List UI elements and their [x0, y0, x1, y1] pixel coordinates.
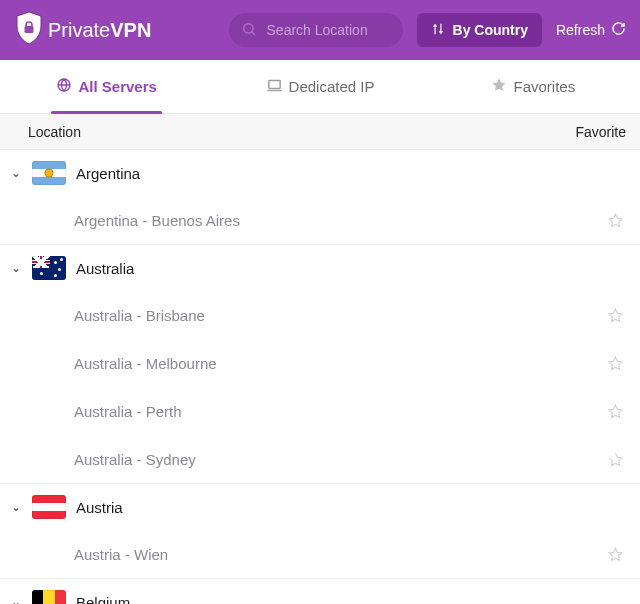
laptop-icon — [266, 77, 283, 97]
by-country-label: By Country — [453, 22, 528, 38]
country-row-australia[interactable]: ⌄ Australia — [0, 245, 640, 291]
country-name: Argentina — [76, 165, 140, 182]
country-row-austria[interactable]: ⌄ Austria — [0, 484, 640, 530]
favorite-toggle[interactable] — [607, 546, 624, 563]
globe-icon — [56, 77, 72, 96]
server-label: Australia - Perth — [74, 403, 182, 420]
chevron-down-icon: ⌄ — [10, 166, 22, 180]
flag-icon-australia — [32, 256, 66, 280]
tabs: All Servers Dedicated IP Favorites — [0, 60, 640, 114]
favorite-toggle[interactable] — [607, 355, 624, 372]
flag-icon-belgium — [32, 590, 66, 604]
flag-icon-austria — [32, 495, 66, 519]
server-row[interactable]: Australia - Sydney — [0, 435, 640, 483]
favorite-toggle[interactable] — [607, 212, 624, 229]
server-label: Australia - Brisbane — [74, 307, 205, 324]
tab-label: Dedicated IP — [289, 78, 375, 95]
country-name: Belgium — [76, 594, 130, 605]
search-icon — [241, 21, 257, 41]
country-name: Australia — [76, 260, 134, 277]
server-label: Argentina - Buenos Aires — [74, 212, 240, 229]
star-icon — [491, 77, 507, 96]
tab-all-servers[interactable]: All Servers — [0, 60, 213, 113]
list-header: Location Favorite — [0, 114, 640, 150]
col-favorite: Favorite — [575, 124, 626, 140]
chevron-down-icon: ⌄ — [10, 595, 22, 604]
server-list[interactable]: ⌄ Argentina Argentina - Buenos Aires ⌄ A… — [0, 150, 640, 604]
app-header: PrivateVPN By Country Refresh — [0, 0, 640, 60]
sort-icon — [431, 22, 445, 39]
tab-label: All Servers — [78, 78, 156, 95]
chevron-down-icon: ⌄ — [10, 500, 22, 514]
by-country-button[interactable]: By Country — [417, 13, 542, 47]
svg-rect-5 — [268, 80, 279, 88]
server-label: Australia - Sydney — [74, 451, 196, 468]
favorite-toggle[interactable] — [607, 451, 624, 468]
svg-line-3 — [251, 32, 254, 35]
flag-icon-argentina — [32, 161, 66, 185]
col-location: Location — [28, 124, 81, 140]
refresh-button[interactable]: Refresh — [556, 21, 626, 39]
server-row[interactable]: Argentina - Buenos Aires — [0, 196, 640, 244]
chevron-down-icon: ⌄ — [10, 261, 22, 275]
tab-dedicated-ip[interactable]: Dedicated IP — [213, 60, 426, 113]
refresh-icon — [611, 21, 626, 39]
country-row-belgium[interactable]: ⌄ Belgium — [0, 579, 640, 604]
tab-favorites[interactable]: Favorites — [427, 60, 640, 113]
server-row[interactable]: Australia - Brisbane — [0, 291, 640, 339]
favorite-toggle[interactable] — [607, 403, 624, 420]
server-row[interactable]: Austria - Wien — [0, 530, 640, 578]
refresh-label: Refresh — [556, 22, 605, 38]
favorite-toggle[interactable] — [607, 307, 624, 324]
shield-icon — [14, 11, 44, 49]
server-label: Australia - Melbourne — [74, 355, 217, 372]
svg-point-2 — [243, 24, 252, 33]
server-row[interactable]: Australia - Perth — [0, 387, 640, 435]
server-row[interactable]: Australia - Melbourne — [0, 339, 640, 387]
country-row-argentina[interactable]: ⌄ Argentina — [0, 150, 640, 196]
server-label: Austria - Wien — [74, 546, 168, 563]
tab-label: Favorites — [513, 78, 575, 95]
search-wrap — [229, 13, 403, 47]
country-name: Austria — [76, 499, 123, 516]
brand-name: PrivateVPN — [48, 19, 151, 42]
brand-logo: PrivateVPN — [14, 11, 151, 49]
